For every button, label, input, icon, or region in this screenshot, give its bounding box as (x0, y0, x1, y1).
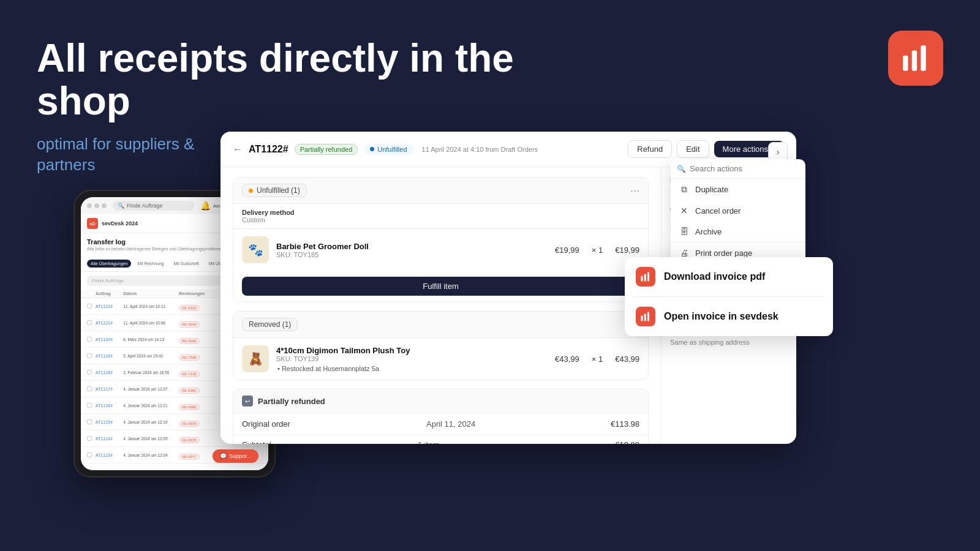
row-checkbox[interactable] (87, 370, 92, 375)
svg-rect-7 (644, 314, 646, 321)
tab-credit[interactable]: Mit Gutschrift (170, 260, 203, 268)
row-checkbox[interactable] (87, 386, 92, 391)
row-checkbox[interactable] (87, 304, 92, 309)
col-rechnungen: Rechnungen (179, 291, 221, 296)
original-order-label: Original order (242, 419, 426, 429)
app-name: sevDesk 2024 (102, 220, 138, 227)
extended-invoice-menu: Download invoice pdf Open invoice in sev… (625, 257, 833, 336)
unfulfilled-label: Unfulfilled (377, 146, 407, 153)
actions-search-input[interactable] (690, 164, 799, 173)
item-name: Barbie Pet Groomer Doll (276, 242, 548, 251)
removed-item-sku: SKU: TOY139 (276, 355, 548, 362)
back-button[interactable]: ← (233, 144, 243, 155)
removed-item-name: 4*10cm Digimon Tailmon Plush Toy (276, 346, 548, 355)
open-invoice-label: Open invoice in sevdesk (664, 311, 778, 322)
svg-rect-8 (647, 312, 649, 321)
logo-icon (888, 31, 943, 86)
original-order-amount: €113.98 (611, 419, 639, 429)
search-text: Finde Aufträge (127, 203, 163, 209)
billing-text: Same as shipping address (670, 339, 788, 346)
tablet-dots (87, 203, 107, 208)
row-checkbox[interactable] (87, 452, 92, 457)
unfulfilled-dot (370, 147, 374, 151)
tablet-search-bar[interactable]: 🔍 Finde Aufträge (113, 201, 194, 211)
row-checkbox[interactable] (87, 337, 92, 342)
item-sku: SKU: TOY185 (276, 251, 548, 258)
download-invoice-action[interactable]: Download invoice pdf (625, 257, 833, 296)
row-checkbox[interactable] (87, 403, 92, 408)
removed-item: 🧸 4*10cm Digimon Tailmon Plush Toy SKU: … (233, 338, 648, 380)
svg-rect-0 (903, 56, 908, 71)
removed-section: Removed (1) 🧸 4*10cm Digimon Tailmon Plu… (233, 311, 649, 380)
row-checkbox[interactable] (87, 320, 92, 325)
tab-invoice[interactable]: Mit Rechnung (134, 260, 167, 268)
table-row[interactable]: AT1112# 4. Januar 2024 um 09:56 RE-6976 (81, 463, 268, 470)
removed-item-qty: × 1 (592, 354, 603, 364)
support-button[interactable]: 💬 Suppor... (213, 449, 258, 463)
svg-rect-2 (921, 45, 925, 71)
item-info: Barbie Pet Groomer Doll SKU: TOY185 (276, 242, 548, 258)
removed-item-image: 🧸 (242, 345, 269, 372)
copy-icon: ⧉ (679, 184, 689, 195)
chevron-right-icon: › (777, 147, 780, 157)
archive-icon: 🗄 (679, 227, 689, 236)
row-checkbox[interactable] (87, 436, 92, 441)
removed-item-note: Restocked at Husemannplatz 5a (276, 365, 548, 372)
badge-unfulfilled: Unfulfilled (364, 144, 413, 155)
unfulfilled-item: 🐾 Barbie Pet Groomer Doll SKU: TOY185 €1… (233, 229, 648, 271)
sevdesk-open-icon (636, 307, 655, 326)
sevdesk-download-icon (636, 267, 655, 287)
item-total: €19,99 (615, 246, 639, 255)
dot1 (87, 203, 92, 208)
item-price-info: €19,99 × 1 €19,99 (555, 246, 639, 255)
removed-item-price-info: €43,99 × 1 €43,99 (555, 354, 639, 364)
archive-action[interactable]: 🗄 Archive (671, 221, 805, 242)
col-auftrag: Auftrag (96, 291, 123, 296)
cancel-order-action[interactable]: ✕ Cancel order (671, 200, 805, 221)
svg-rect-3 (641, 276, 643, 282)
refund-button[interactable]: Refund (628, 140, 672, 158)
unfulfilled-section-header: Unfulfilled (1) ··· (233, 178, 648, 204)
download-invoice-label: Download invoice pdf (664, 271, 765, 282)
delivery-method: Delivery method Custom (233, 204, 648, 229)
row-checkbox[interactable] (87, 469, 92, 470)
support-label: Suppor... (229, 453, 251, 459)
dot2 (94, 203, 99, 208)
badge-partially-refunded: Partially refunded (295, 144, 358, 155)
tab-all[interactable]: Alle Übertragungen (87, 260, 131, 268)
removed-item-price: €43,99 (555, 354, 579, 364)
print-icon: 🖨 (679, 248, 689, 258)
print-order-label: Print order page (695, 249, 752, 258)
unfulfilled-badge-dot (249, 189, 253, 193)
order-date: 11 April 2024 at 4:10 from Draft Orders (422, 146, 538, 153)
unfulfilled-section: Unfulfilled (1) ··· Delivery method Cust… (233, 177, 649, 302)
row-checkbox[interactable] (87, 353, 92, 358)
subtotal-amount: €19.99 (615, 440, 639, 444)
open-invoice-action[interactable]: Open invoice in sevdesk (625, 297, 833, 336)
col-datum: Datum (123, 291, 179, 296)
edit-button[interactable]: Edit (677, 140, 709, 158)
duplicate-action[interactable]: ⧉ Duplicate (671, 179, 805, 200)
refund-subtotal-row: Subtotal 1 item €19.99 (233, 435, 648, 444)
row-checkbox[interactable] (87, 419, 92, 424)
removed-item-info: 4*10cm Digimon Tailmon Plush Toy SKU: TO… (276, 346, 548, 372)
order-id: AT1122# (249, 144, 288, 155)
search-icon: 🔍 (677, 165, 686, 173)
subtotal-items: 1 item (418, 440, 439, 444)
fulfill-item-button[interactable]: Fulfill item (242, 277, 639, 296)
section-more-menu[interactable]: ··· (630, 184, 639, 197)
removed-item-total: €43,99 (615, 354, 639, 364)
unfulfilled-badge: Unfulfilled (1) (242, 184, 307, 197)
subtotal-label: Subtotal (242, 440, 418, 444)
delivery-value: Custom (242, 216, 265, 223)
refund-original-row: Original order April 11, 2024 €113.98 (233, 413, 648, 435)
duplicate-label: Duplicate (695, 185, 728, 194)
search-icon: 🔍 (118, 203, 124, 209)
original-order-date: April 11, 2024 (426, 419, 611, 429)
refund-title: Partially refunded (258, 397, 325, 406)
removed-section-header: Removed (1) (233, 312, 648, 338)
refund-icon: ↩ (242, 395, 253, 407)
header-actions: Refund Edit More actions ▾ (628, 140, 784, 158)
svg-rect-1 (912, 51, 917, 71)
refund-section: ↩ Partially refunded Original order Apri… (233, 389, 649, 444)
